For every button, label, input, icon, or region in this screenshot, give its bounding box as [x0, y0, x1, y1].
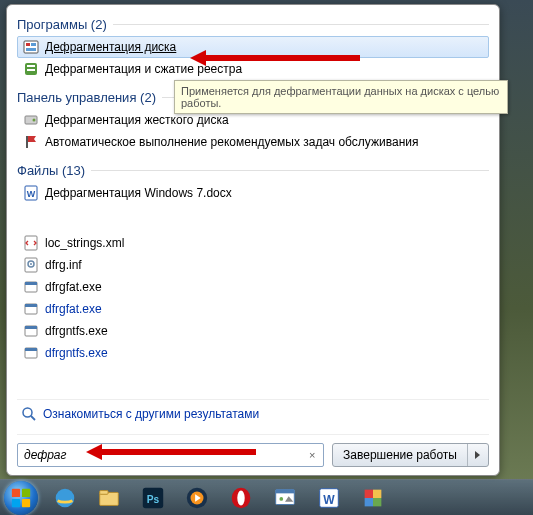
svg-point-8 [33, 119, 36, 122]
search-input-wrapper: × [17, 443, 324, 467]
files-list: W Дефрагментация Windows 7.docx loc_stri… [17, 180, 489, 370]
start-menu-search-panel: Программы (2) Дефрагментация диска Дефра… [6, 4, 500, 476]
taskbar-opera[interactable] [220, 483, 262, 513]
svg-rect-9 [26, 136, 28, 148]
result-cp-auto-maintenance[interactable]: Автоматическое выполнение рекомендуемых … [17, 131, 489, 153]
svg-rect-40 [276, 489, 295, 493]
result-file-xml[interactable]: loc_strings.xml [17, 232, 489, 254]
svg-point-41 [279, 497, 283, 501]
section-header-files: Файлы (13) [17, 159, 489, 180]
svg-rect-47 [373, 498, 381, 506]
svg-point-30 [56, 488, 75, 507]
result-label: dfrg.inf [45, 258, 82, 272]
exe-icon [23, 323, 39, 339]
taskbar-paint[interactable] [264, 483, 306, 513]
taskbar-ie[interactable] [44, 483, 86, 513]
inf-icon [23, 257, 39, 273]
section-title: Программы (2) [17, 17, 107, 32]
result-label: Дефрагментация диска [45, 40, 176, 54]
svg-point-38 [237, 490, 244, 505]
see-more-label: Ознакомиться с другими результатами [43, 407, 259, 421]
defrag-icon [23, 39, 39, 55]
see-more-results[interactable]: Ознакомиться с другими результатами [17, 399, 489, 428]
control-panel-list: Дефрагментация жесткого диска Автоматиче… [17, 107, 489, 159]
shutdown-options-button[interactable] [467, 444, 488, 466]
svg-rect-23 [25, 348, 37, 351]
taskbar-app[interactable] [352, 483, 394, 513]
result-file-docx[interactable]: W Дефрагментация Windows 7.docx [17, 182, 489, 204]
svg-rect-3 [26, 48, 36, 51]
result-label: dfrgntfs.exe [45, 324, 108, 338]
svg-line-25 [31, 416, 35, 420]
svg-rect-29 [22, 498, 30, 506]
svg-text:Ps: Ps [147, 493, 160, 504]
svg-rect-44 [365, 489, 373, 497]
svg-point-24 [23, 408, 32, 417]
result-file-exe-3[interactable]: dfrgntfs.exe [17, 320, 489, 342]
svg-rect-21 [25, 326, 37, 329]
section-header-programs: Программы (2) [17, 13, 489, 34]
svg-rect-17 [25, 282, 37, 285]
shutdown-button[interactable]: Завершение работы [333, 444, 467, 466]
result-label: Автоматическое выполнение рекомендуемых … [45, 135, 418, 149]
section-title: Файлы (13) [17, 163, 85, 178]
xml-icon [23, 235, 39, 251]
divider [113, 24, 489, 25]
svg-point-15 [30, 263, 32, 265]
svg-rect-19 [25, 304, 37, 307]
svg-rect-45 [373, 489, 381, 497]
result-file-exe-4[interactable]: dfrgntfs.exe [17, 342, 489, 364]
hdd-icon [23, 112, 39, 128]
taskbar-media-player[interactable] [176, 483, 218, 513]
svg-rect-0 [24, 41, 38, 53]
result-file-inf[interactable]: dfrg.inf [17, 254, 489, 276]
result-label: loc_strings.xml [45, 236, 124, 250]
result-file-exe-1[interactable]: dfrgfat.exe [17, 276, 489, 298]
result-label: Дефрагментация жесткого диска [45, 113, 229, 127]
svg-rect-32 [100, 490, 108, 494]
svg-rect-1 [26, 43, 30, 46]
svg-rect-5 [27, 65, 35, 67]
result-program-defrag-disk[interactable]: Дефрагментация диска [17, 36, 489, 58]
taskbar: Ps W [0, 479, 533, 515]
svg-rect-2 [31, 43, 36, 46]
tooltip: Применяется для дефрагментации данных на… [174, 80, 508, 114]
shutdown-button-group: Завершение работы [332, 443, 489, 467]
svg-rect-46 [365, 498, 373, 506]
divider [91, 170, 489, 171]
result-label: Дефрагментация и сжатие реестра [45, 62, 242, 76]
result-file-exe-2[interactable]: dfrgfat.exe [17, 298, 489, 320]
taskbar-explorer[interactable] [88, 483, 130, 513]
exe-icon [23, 279, 39, 295]
result-label: dfrgntfs.exe [45, 346, 108, 360]
svg-rect-27 [22, 488, 30, 496]
svg-rect-6 [27, 69, 35, 71]
result-label: dfrgfat.exe [45, 280, 102, 294]
section-title: Панель управления (2) [17, 90, 156, 105]
taskbar-word[interactable]: W [308, 483, 350, 513]
search-input[interactable] [22, 447, 305, 463]
exe-icon [23, 345, 39, 361]
svg-text:W: W [323, 492, 335, 506]
taskbar-photoshop[interactable]: Ps [132, 483, 174, 513]
clear-icon[interactable]: × [305, 448, 319, 462]
bottom-bar: × Завершение работы [17, 434, 489, 467]
result-program-defrag-compress-registry[interactable]: Дефрагментация и сжатие реестра [17, 58, 489, 80]
svg-rect-28 [12, 498, 20, 506]
registry-icon [23, 61, 39, 77]
programs-list: Дефрагментация диска Дефрагментация и сж… [17, 34, 489, 86]
search-icon [21, 406, 37, 422]
svg-rect-26 [12, 488, 20, 496]
result-label: dfrgfat.exe [45, 302, 102, 316]
flag-icon [23, 134, 39, 150]
exe-icon [23, 301, 39, 317]
svg-text:W: W [27, 189, 36, 199]
start-button[interactable] [4, 481, 38, 515]
word-icon: W [23, 185, 39, 201]
result-label: Дефрагментация Windows 7.docx [45, 186, 232, 200]
